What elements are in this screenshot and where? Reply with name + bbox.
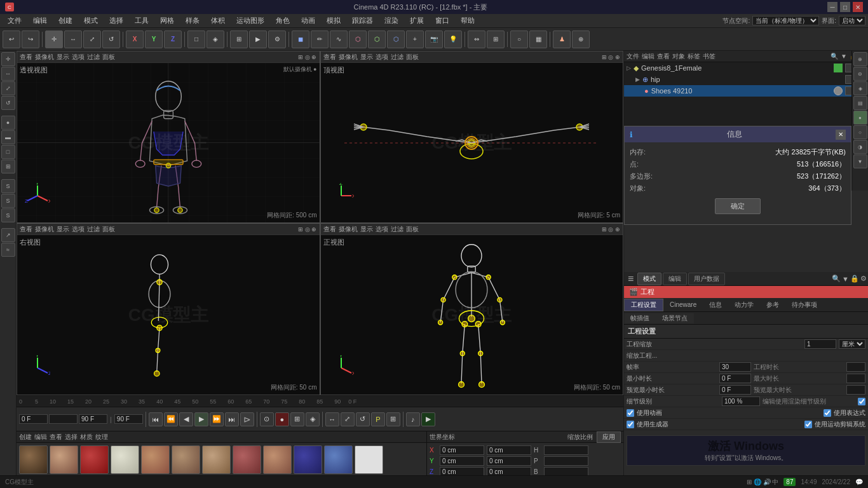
snap3-icon[interactable]: S [1, 208, 15, 222]
move-button[interactable]: ↔ [64, 30, 82, 48]
obj-menu-bookmark[interactable]: 书签 [703, 52, 715, 61]
menu-volume[interactable]: 体积 [206, 15, 230, 27]
vp-br-camera[interactable]: 摄像机 [339, 225, 358, 234]
status-notification[interactable]: 💬 [855, 478, 863, 485]
obj-item-hip[interactable]: ▶ ⊕ hip [624, 74, 868, 85]
info-close-button[interactable]: ✕ [836, 130, 846, 140]
pencil-button[interactable]: ✏ [311, 30, 329, 48]
menu-simulate[interactable]: 模拟 [322, 15, 346, 27]
menu-file[interactable]: 文件 [3, 15, 27, 27]
menu-select[interactable]: 选择 [104, 15, 128, 27]
next-frame-button[interactable]: ⏩ [210, 412, 224, 426]
scale-button[interactable]: ⤢ [83, 30, 101, 48]
vp-br-look[interactable]: 查看 [323, 225, 336, 234]
render-settings-button[interactable]: ⚙ [268, 30, 286, 48]
menu-animation[interactable]: 动画 [296, 15, 320, 27]
vp-br-content[interactable]: 正视图 CG模型主 [321, 235, 623, 395]
menu-edit[interactable]: 编辑 [28, 15, 52, 27]
prev-frame-button[interactable]: ⏪ [164, 412, 178, 426]
undo-button[interactable]: ↩ [3, 30, 20, 48]
obj-tag-genesis[interactable] [834, 64, 843, 72]
uv-icon[interactable]: ⊞ [1, 159, 15, 173]
proj-renderlod-check[interactable] [858, 398, 865, 405]
vp-bl-content[interactable]: 右视图 CG模型主 [17, 235, 320, 395]
cloner-button[interactable]: ⊞ [487, 30, 505, 48]
proj-fps-input[interactable] [719, 362, 751, 372]
motion-clip-button[interactable]: ⊞ [290, 412, 304, 426]
proj-unit-select[interactable]: 厘米 [839, 339, 865, 349]
proj-scale-input[interactable] [804, 339, 836, 349]
rotate-button[interactable]: ↺ [102, 30, 120, 48]
obj-menu-object[interactable]: 对象 [672, 52, 685, 61]
menu-mode[interactable]: 模式 [79, 15, 103, 27]
node-space-select[interactable]: 当前（标准/物理） [752, 16, 819, 25]
obj-menu-view[interactable]: 查看 [657, 52, 670, 61]
vp-bl-options[interactable]: 选项 [72, 225, 85, 234]
close-button[interactable]: ✕ [853, 2, 863, 12]
vp-br-filter[interactable]: 过滤 [391, 225, 403, 234]
vp-br-panel[interactable]: 面板 [406, 225, 419, 234]
mode-settings-icon[interactable]: ⚙ [860, 274, 867, 283]
object-tree[interactable]: ▷ ◆ Genesis8_1Female ▶ ⊕ hip [624, 62, 868, 126]
vp-tr-camera[interactable]: 摄像机 [339, 53, 358, 62]
viewport-right[interactable]: 查看 摄像机 显示 选项 过滤 面板 ⊞ ◎ ⊕ 右视图 CG模型主 [17, 223, 320, 395]
deformer-button[interactable]: ⬡ [349, 30, 367, 48]
rp-icon-8[interactable]: ▼ [853, 154, 867, 168]
key-settings-button[interactable]: ◈ [306, 412, 320, 426]
menu-spline[interactable]: 样条 [180, 15, 205, 27]
vp-br-display[interactable]: 显示 [360, 225, 373, 234]
auto-record-button[interactable]: ● [275, 412, 289, 426]
cw-tab-settings[interactable]: 工程设置 [624, 299, 663, 311]
vp-tr-options[interactable]: 选项 [376, 53, 388, 62]
scale-icon[interactable]: ⤢ [1, 81, 15, 95]
viewport-front[interactable]: 查看 摄像机 显示 选项 过滤 面板 ⊞ ◎ ⊕ 正视图 CG模型主 [320, 223, 624, 395]
material-button[interactable]: ○ [510, 30, 528, 48]
frame-end-input[interactable]: 90 F [79, 414, 107, 424]
proj-duration-input[interactable] [846, 362, 865, 372]
vp-bl-display[interactable]: 显示 [57, 225, 69, 234]
obj-menu-tag[interactable]: 标签 [688, 52, 700, 61]
sub-tab-keyframe[interactable]: 帧插值 [624, 313, 656, 323]
mode-lock-icon[interactable]: 🔒 [850, 274, 859, 283]
rp-icon-1[interactable]: ⊕ [853, 52, 867, 66]
obj-filter-icon[interactable]: ▼ [841, 53, 847, 60]
field-button[interactable]: ⬡ [368, 30, 386, 48]
proj-prevmax-input[interactable] [846, 385, 865, 395]
vp-tr-look[interactable]: 查看 [323, 53, 336, 62]
symmetry-button[interactable]: ⇔ [468, 30, 485, 48]
axis-y-button[interactable]: Y [145, 30, 163, 48]
obj-item-genesis[interactable]: ▷ ◆ Genesis8_1Female [624, 62, 868, 74]
mode-tab-mode[interactable]: 模式 [637, 273, 661, 285]
object-mode-button[interactable]: □ [187, 30, 205, 48]
proj-use-anim-check[interactable] [627, 409, 634, 417]
frame-start-input[interactable]: 0 F [19, 414, 48, 424]
bend-icon[interactable]: ↗ [1, 228, 15, 242]
tl-scale-button[interactable]: ⤢ [341, 412, 355, 426]
proj-use-expr-check[interactable] [824, 409, 831, 417]
menu-tracker[interactable]: 跟踪器 [347, 15, 378, 27]
proj-mintime-input[interactable] [719, 374, 751, 383]
size-x-input[interactable]: 0 cm [487, 445, 531, 455]
vp-br-options[interactable]: 选项 [376, 225, 388, 234]
tl-p-button[interactable]: P [371, 412, 385, 426]
mode-tab-userdata[interactable]: 用户数据 [688, 273, 725, 285]
pos-x-input[interactable]: 0 cm [440, 445, 484, 455]
menu-character[interactable]: 角色 [271, 15, 295, 27]
mat-menu-view[interactable]: 查看 [50, 433, 62, 442]
vp-bl-filter[interactable]: 过滤 [87, 225, 100, 234]
settings-scroll[interactable]: 工程缩放 厘米 缩放工程... 帧率 工程时长 [624, 339, 868, 488]
proj-prevmin-input[interactable] [719, 385, 751, 395]
rot-h-input[interactable] [544, 445, 588, 455]
play-button[interactable]: ▶ [194, 412, 208, 426]
obj-menu-edit[interactable]: 编辑 [642, 52, 654, 61]
obj-menu-file[interactable]: 文件 [627, 52, 639, 61]
move-icon[interactable]: ↔ [1, 67, 15, 81]
coord-apply-button[interactable]: 应用 [597, 431, 621, 443]
points-icon[interactable]: ● [1, 116, 15, 130]
menu-mesh[interactable]: 网格 [155, 15, 179, 27]
live-select-button[interactable]: ✛ [45, 30, 63, 48]
rp-icon-6[interactable]: ○ [853, 125, 867, 139]
cw-tab-reference[interactable]: 参考 [760, 299, 785, 311]
vp-tr-display[interactable]: 显示 [360, 53, 373, 62]
menu-create[interactable]: 创建 [53, 15, 78, 27]
